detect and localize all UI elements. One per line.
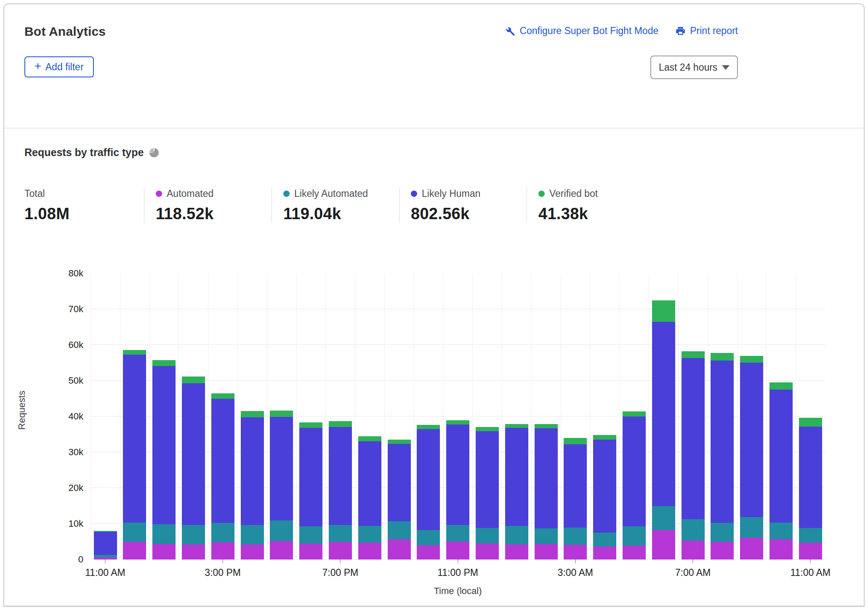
add-filter-label: Add filter (45, 61, 84, 73)
stacked-bar-11-00-am[interactable] (94, 531, 117, 560)
section-title: Requests by traffic type (24, 146, 144, 159)
stacked-bar-5-00-pm[interactable] (270, 411, 293, 560)
stacked-bar-6-00-pm[interactable] (299, 422, 322, 560)
stacked-bar-2-00-pm[interactable] (182, 377, 205, 560)
stacked-bar-1-00-am[interactable] (505, 424, 528, 560)
segment-automated (270, 541, 293, 560)
segment-verified-bot (769, 382, 793, 390)
x-tick-label: 11:00 PM (437, 567, 478, 578)
segment-verified-bot (505, 424, 528, 428)
segment-automated (652, 530, 675, 560)
configure-link-label: Configure Super Bot Fight Mode (519, 25, 658, 37)
segment-likely-automated (593, 533, 616, 546)
stacked-bar-10-00-pm[interactable] (417, 425, 440, 560)
y-tick-label: 30k (21, 447, 83, 458)
stacked-bar-2-00-am[interactable] (535, 424, 558, 560)
plot-area (91, 273, 825, 560)
segment-likely-automated (652, 506, 675, 530)
segment-likely-human (476, 431, 499, 528)
segment-verified-bot (152, 360, 176, 366)
stat-label: Verified bot (549, 188, 598, 199)
time-range-dropdown[interactable]: Last 24 hours (650, 56, 738, 79)
stacked-bar-9-00-am[interactable] (740, 356, 763, 560)
configure-super-bot-fight-mode-link[interactable]: Configure Super Bot Fight Mode (504, 25, 658, 37)
segment-verified-bot (711, 353, 734, 361)
stacked-bar-7-00-pm[interactable] (329, 421, 352, 560)
y-tick-label: 20k (21, 483, 83, 493)
stacked-bar-10-00-am[interactable] (769, 382, 793, 560)
header-links: Configure Super Bot Fight Mode Print rep… (504, 25, 738, 37)
segment-verified-bot (476, 427, 499, 431)
stat-likely-automated[interactable]: Likely Automated 119.04k (272, 188, 399, 223)
time-range-value: Last 24 hours (659, 62, 717, 73)
stacked-bar-4-00-am[interactable] (593, 435, 616, 560)
segment-likely-human (94, 532, 117, 555)
stacked-bar-8-00-am[interactable] (711, 353, 734, 560)
segment-likely-automated (682, 519, 705, 541)
print-report-link[interactable]: Print report (675, 25, 738, 37)
stacked-bar-12-00-am[interactable] (476, 427, 499, 560)
segment-likely-automated (329, 525, 352, 541)
segment-verified-bot (740, 356, 763, 363)
segment-likely-human (652, 322, 675, 507)
requests-chart: Requests 010k20k30k40k50k60k70k80k 11:00… (4, 240, 865, 604)
wrench-icon (504, 26, 515, 37)
segment-likely-automated (476, 528, 499, 544)
card-header: Bot Analytics Configure Super Bot Fight … (4, 4, 864, 128)
stat-likely-human[interactable]: Likely Human 802.56k (399, 188, 527, 223)
pie-chart-icon[interactable] (149, 148, 159, 157)
segment-automated (535, 544, 558, 560)
segment-likely-automated (711, 523, 734, 542)
segment-likely-human (241, 417, 264, 525)
stat-automated[interactable]: Automated 118.52k (144, 188, 272, 223)
segment-likely-human (799, 427, 822, 528)
segment-automated (329, 542, 352, 560)
segment-likely-automated (152, 524, 176, 544)
stacked-bar-11-00-am[interactable] (799, 418, 822, 560)
stacked-bar-6-00-am[interactable] (652, 300, 675, 560)
segment-automated (564, 545, 587, 560)
segment-likely-human (623, 416, 646, 526)
segment-likely-human (535, 428, 558, 528)
stacked-bar-3-00-pm[interactable] (211, 393, 234, 560)
segment-likely-human (740, 363, 763, 517)
stat-total: Total 1.08M (24, 188, 144, 223)
add-filter-button[interactable]: + Add filter (24, 56, 94, 77)
y-tick-label: 60k (21, 339, 83, 350)
stat-value: 119.04k (283, 205, 399, 223)
stacked-bar-12-00-pm[interactable] (123, 350, 146, 560)
segment-automated (446, 541, 469, 560)
printer-icon (675, 26, 686, 36)
x-tick-mark (810, 560, 811, 563)
chevron-down-icon (722, 65, 730, 70)
segment-verified-bot (123, 350, 146, 355)
segment-verified-bot (623, 411, 646, 416)
x-tick-mark (340, 560, 341, 563)
stacked-bar-9-00-pm[interactable] (388, 440, 411, 560)
segment-likely-automated (211, 523, 234, 542)
stacked-bar-5-00-am[interactable] (623, 411, 646, 560)
segment-verified-bot (211, 393, 234, 399)
y-tick-label: 70k (21, 304, 83, 315)
segment-automated (299, 544, 322, 560)
segment-likely-automated (623, 526, 646, 546)
stacked-bar-4-00-pm[interactable] (241, 411, 264, 560)
stacked-bar-11-00-pm[interactable] (446, 420, 469, 560)
stat-label: Total (24, 188, 45, 199)
stacked-bar-8-00-pm[interactable] (358, 436, 381, 560)
stacked-bar-7-00-am[interactable] (682, 351, 705, 560)
x-tick-mark (692, 560, 693, 563)
stacked-bar-1-00-pm[interactable] (152, 360, 176, 560)
stat-label: Automated (167, 188, 213, 199)
stat-label: Likely Human (422, 188, 480, 199)
x-tick-mark (458, 560, 458, 563)
x-axis-title: Time (local) (91, 586, 825, 597)
segment-likely-automated (799, 528, 822, 543)
stacked-bar-3-00-am[interactable] (564, 438, 587, 560)
segment-likely-human (211, 399, 234, 523)
segment-likely-human (593, 440, 616, 533)
stat-verified-bot[interactable]: Verified bot 41.38k (527, 188, 654, 223)
segment-likely-automated (446, 525, 469, 541)
x-tick-label: 11:00 AM (790, 567, 830, 578)
segment-automated (241, 544, 264, 560)
